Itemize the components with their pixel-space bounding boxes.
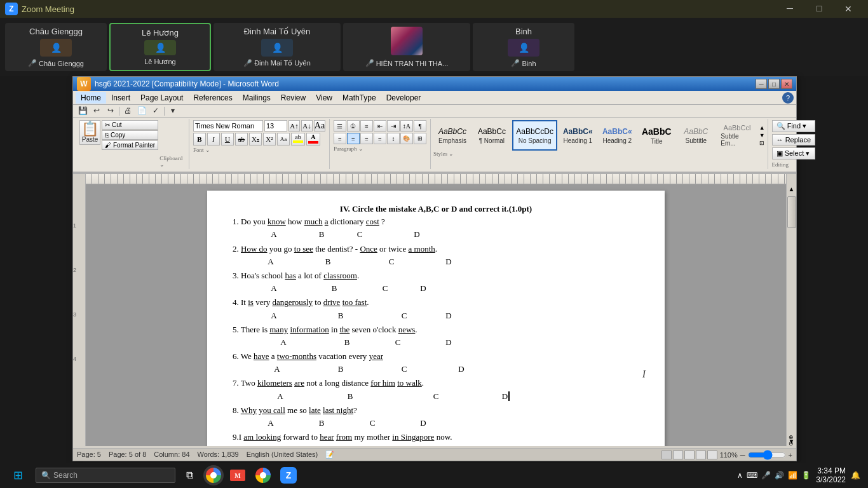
keyboard-icon[interactable]: ⌨ <box>747 471 757 480</box>
style-subtitle[interactable]: AaBbC Subtitle <box>677 120 715 151</box>
notification-icon[interactable]: 🔔 <box>851 471 860 480</box>
spell-check-button[interactable]: ✓ <box>150 106 161 116</box>
help-button[interactable]: ? <box>782 92 794 104</box>
copy-button[interactable]: ⎘ Copy <box>102 130 158 140</box>
print-layout-view[interactable] <box>661 451 672 459</box>
up-arrow-icon[interactable]: ∧ <box>737 471 743 480</box>
underline-button[interactable]: U <box>221 133 234 146</box>
zoom-out-side[interactable]: ⊖ <box>786 440 796 447</box>
menu-mailings[interactable]: Mailings <box>238 92 276 104</box>
participant-chau[interactable]: Châu Gienggg 👤 🎤 Châu Gienggg <box>5 23 107 71</box>
chrome-2-icon[interactable] <box>252 464 275 487</box>
chrome-icon[interactable] <box>203 465 224 485</box>
participant-binh[interactable]: Binh 👤 🎤 Binh <box>473 23 574 71</box>
print-preview-button[interactable]: 📄 <box>136 106 147 116</box>
gmail-icon[interactable]: M <box>226 464 249 487</box>
change-styles-button[interactable]: ⊡ <box>759 140 765 146</box>
close-button[interactable]: ✕ <box>834 0 863 18</box>
multilevel-list-button[interactable]: ≡ <box>360 120 373 132</box>
cut-button[interactable]: ✂ Cut <box>102 120 158 130</box>
menu-page-layout[interactable]: Page Layout <box>135 92 188 104</box>
web-layout-view[interactable] <box>684 451 695 459</box>
justify-button[interactable]: ≡ <box>374 133 386 144</box>
paste-button[interactable]: 📋 Paste <box>79 120 100 145</box>
shading-button[interactable]: 🎨 <box>400 133 413 144</box>
document-content[interactable]: IV. Circle the mistake A,B,C or D and co… <box>233 203 639 446</box>
minimize-button[interactable]: ─ <box>775 0 804 18</box>
undo-button[interactable]: ↩ <box>91 106 102 116</box>
clear-format-button[interactable]: Aa <box>314 120 325 132</box>
vertical-scrollbar[interactable]: ▲ ▼ ⊕ ⊖ <box>786 184 796 446</box>
align-left-button[interactable]: ≡ <box>334 133 346 144</box>
menu-insert[interactable]: Insert <box>106 92 135 104</box>
font-grow-button[interactable]: A↑ <box>288 120 300 132</box>
menu-mathtype[interactable]: MathType <box>337 92 381 104</box>
battery-icon[interactable]: 🔋 <box>801 471 811 480</box>
styles-scroll-up[interactable]: ▲ <box>759 125 765 131</box>
highlight-color-button[interactable]: ab <box>291 133 305 146</box>
style-heading2[interactable]: AaBbC« Heading 2 <box>598 120 636 151</box>
strikethrough-button[interactable]: ab <box>235 133 248 146</box>
borders-button[interactable]: ⊞ <box>414 133 426 144</box>
save-quick-button[interactable]: 💾 <box>77 106 88 116</box>
text-effects-button[interactable]: Aa <box>277 133 290 146</box>
network-icon[interactable]: 📶 <box>788 471 797 480</box>
italic-button[interactable]: I <box>207 133 220 146</box>
word-restore-button[interactable]: □ <box>768 79 780 89</box>
font-color-button[interactable]: A <box>306 133 320 146</box>
font-size-input[interactable] <box>264 120 287 132</box>
decrease-indent-button[interactable]: ⇤ <box>374 120 386 132</box>
font-shrink-button[interactable]: A↓ <box>301 120 313 132</box>
show-formatting-button[interactable]: ¶ <box>414 120 426 132</box>
find-button[interactable]: 🔍 Find ▾ <box>772 120 815 132</box>
styles-scroll-down[interactable]: ▼ <box>759 132 765 139</box>
zoom-plus[interactable]: + <box>789 451 792 459</box>
word-minimize-button[interactable]: ─ <box>756 79 767 89</box>
format-painter-button[interactable]: 🖌 Format Painter <box>102 140 158 150</box>
menu-developer[interactable]: Developer <box>381 92 426 104</box>
replace-button[interactable]: ↔ Replace <box>772 134 815 146</box>
mic-system-icon[interactable]: 🎤 <box>761 471 771 480</box>
style-heading1[interactable]: AaBbC« Heading 1 <box>559 120 597 151</box>
align-right-button[interactable]: ≡ <box>360 133 373 144</box>
style-emphasis[interactable]: AaBbCc Emphasis <box>433 120 471 151</box>
print-button[interactable]: 🖨 <box>122 106 133 116</box>
redo-button[interactable]: ↪ <box>105 106 116 116</box>
taskbar-search[interactable]: 🔍 Search <box>36 468 175 483</box>
start-button[interactable]: ⊞ <box>3 463 33 488</box>
select-button[interactable]: ▣ Select ▾ <box>772 147 815 159</box>
taskview-button[interactable]: ⧉ <box>178 464 201 487</box>
style-subtle[interactable]: AaBbCcl Subtle Em... <box>716 120 757 151</box>
more-button[interactable]: ▾ <box>167 106 179 116</box>
increase-indent-button[interactable]: ⇥ <box>387 120 400 132</box>
sort-button[interactable]: ↕A <box>400 120 413 132</box>
participant-dinh[interactable]: Đinh Mai Tố Uyên 👤 🎤 Đinh Mai Tố Uyên <box>214 23 341 71</box>
style-normal[interactable]: AaBbCc ¶ Normal <box>473 120 511 151</box>
menu-references[interactable]: References <box>188 92 237 104</box>
zoom-in-side[interactable]: ⊕ <box>786 434 796 440</box>
align-center-button[interactable]: ≡ <box>347 133 360 144</box>
font-family-input[interactable] <box>193 120 263 132</box>
numbering-button[interactable]: ① <box>347 120 360 132</box>
outline-view[interactable] <box>696 451 706 459</box>
zoom-taskbar-icon[interactable]: Z <box>277 464 300 487</box>
scrollbar-thumb[interactable] <box>787 196 796 228</box>
bullets-button[interactable]: ☰ <box>334 120 346 132</box>
line-spacing-button[interactable]: ↕ <box>387 133 400 144</box>
clock-display[interactable]: 3:34 PM 3/3/2022 <box>816 466 846 484</box>
zoom-slider[interactable] <box>748 450 786 460</box>
menu-review[interactable]: Review <box>276 92 311 104</box>
menu-view[interactable]: View <box>311 92 337 104</box>
subscript-button[interactable]: X₂ <box>249 133 262 146</box>
draft-view[interactable] <box>707 451 717 459</box>
document-scroll-area[interactable]: IV. Circle the mistake A,B,C or D and co… <box>86 184 786 446</box>
menu-home[interactable]: Home <box>76 92 106 104</box>
bold-button[interactable]: B <box>193 133 206 146</box>
zoom-minus[interactable]: ─ <box>740 451 745 459</box>
maximize-button[interactable]: □ <box>804 0 834 18</box>
word-close-button[interactable]: ✕ <box>781 79 792 89</box>
full-reading-view[interactable] <box>673 451 683 459</box>
speaker-icon[interactable]: 🔊 <box>775 471 784 480</box>
superscript-button[interactable]: X² <box>263 133 276 146</box>
scroll-up-button[interactable]: ▲ <box>787 184 796 194</box>
